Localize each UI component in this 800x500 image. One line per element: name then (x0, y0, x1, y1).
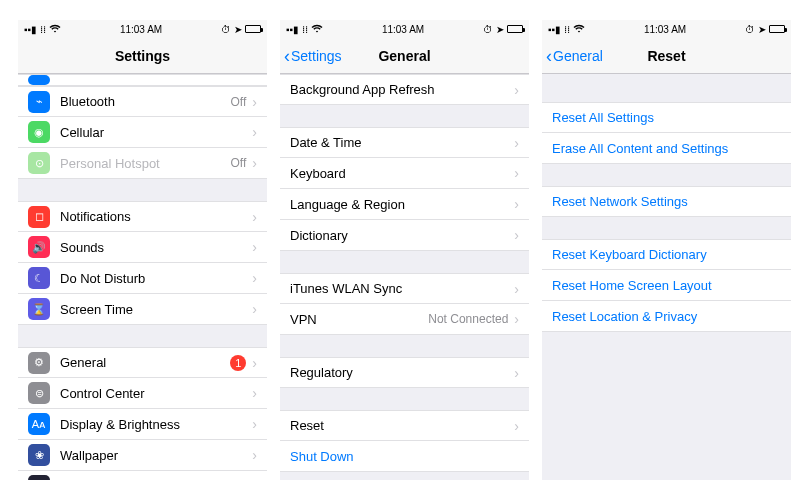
row-label: Background App Refresh (290, 82, 514, 97)
list-item[interactable]: ⌛Screen Time› (18, 294, 267, 325)
row-label: Reset All Settings (552, 110, 781, 125)
list-item[interactable]: Reset Location & Privacy (542, 301, 791, 332)
chevron-right-icon: › (252, 385, 257, 401)
row-label: Date & Time (290, 135, 514, 150)
section-gap (542, 74, 791, 102)
list-item[interactable]: Reset All Settings (542, 102, 791, 133)
list-item-partial[interactable] (18, 74, 267, 86)
list-item[interactable]: ◉Cellular› (18, 117, 267, 148)
section-gap (542, 332, 791, 480)
battery-icon (507, 25, 523, 33)
row-label: Reset Home Screen Layout (552, 278, 781, 293)
chevron-left-icon: ‹ (284, 47, 290, 65)
back-label: Settings (291, 48, 342, 64)
display-icon: Aᴀ (28, 413, 50, 435)
location-icon: ➤ (758, 24, 766, 35)
list-item[interactable]: Erase All Content and Settings (542, 133, 791, 164)
row-label: Reset Keyboard Dictionary (552, 247, 781, 262)
screentime-icon: ⌛ (28, 298, 50, 320)
row-label: Wallpaper (60, 448, 252, 463)
row-label: VPN (290, 312, 428, 327)
list-item[interactable]: ⊙Personal HotspotOff› (18, 148, 267, 179)
list-item[interactable]: Dictionary› (280, 220, 529, 251)
row-label: General (60, 355, 230, 370)
list-item[interactable]: 🔊Sounds› (18, 232, 267, 263)
row-label: Personal Hotspot (60, 156, 231, 171)
status-time: 11:03 AM (382, 24, 424, 35)
list-item[interactable]: ⚙General1› (18, 347, 267, 378)
status-time: 11:03 AM (120, 24, 162, 35)
status-bar: ▪▪▮ ⁞⁞ 11:03 AM ⏱ ➤ (542, 20, 791, 38)
list-item[interactable]: ◻Notifications› (18, 201, 267, 232)
row-label: Display & Brightness (60, 417, 252, 432)
reset-list: Reset All SettingsErase All Content and … (542, 74, 791, 480)
chevron-right-icon: › (514, 227, 519, 243)
battery-icon (245, 25, 261, 33)
sounds-icon: 🔊 (28, 236, 50, 258)
row-label: Sounds (60, 240, 252, 255)
row-label: Reset (290, 418, 514, 433)
list-item[interactable]: Reset Network Settings (542, 186, 791, 217)
list-item[interactable]: Date & Time› (280, 127, 529, 158)
notification-badge: 1 (230, 355, 246, 371)
page-title: Reset (647, 48, 685, 64)
chevron-right-icon: › (252, 301, 257, 317)
section-gap (18, 325, 267, 347)
row-label: Bluetooth (60, 94, 231, 109)
row-label: Regulatory (290, 365, 514, 380)
list-item[interactable]: Regulatory› (280, 357, 529, 388)
chevron-right-icon: › (252, 416, 257, 432)
row-label: Reset Network Settings (552, 194, 781, 209)
cell-icon: ⁞⁞ (302, 24, 308, 35)
chevron-right-icon: › (514, 82, 519, 98)
list-item[interactable]: ◯Siri & Search› (18, 471, 267, 480)
list-item[interactable]: Shut Down (280, 441, 529, 472)
list-item[interactable]: Language & Region› (280, 189, 529, 220)
hotspot-icon: ⊙ (28, 152, 50, 174)
chevron-left-icon: ‹ (546, 47, 552, 65)
signal-icon: ▪▪▮ (24, 24, 37, 35)
back-button[interactable]: ‹ Settings (284, 47, 342, 65)
page-title: General (378, 48, 430, 64)
list-item[interactable]: Keyboard› (280, 158, 529, 189)
section-gap (280, 251, 529, 273)
list-item[interactable]: Reset Home Screen Layout (542, 270, 791, 301)
list-item[interactable]: Reset› (280, 410, 529, 441)
battery-icon (769, 25, 785, 33)
row-label: iTunes WLAN Sync (290, 281, 514, 296)
partial-icon (28, 75, 50, 85)
list-item[interactable]: ⊜Control Center› (18, 378, 267, 409)
chevron-right-icon: › (252, 209, 257, 225)
row-label: Do Not Disturb (60, 271, 252, 286)
list-item[interactable]: AᴀDisplay & Brightness› (18, 409, 267, 440)
nav-header: ‹ Settings General (280, 38, 529, 74)
siri-icon: ◯ (28, 475, 50, 480)
cell-icon: ⁞⁞ (40, 24, 46, 35)
bluetooth-icon: ⌁ (28, 91, 50, 113)
alarm-icon: ⏱ (745, 24, 755, 35)
list-item[interactable]: Reset Keyboard Dictionary (542, 239, 791, 270)
row-value: Not Connected (428, 312, 508, 326)
wifi-icon (49, 24, 61, 35)
dnd-icon: ☾ (28, 267, 50, 289)
status-bar: ▪▪▮ ⁞⁞ 11:03 AM ⏱ ➤ (280, 20, 529, 38)
list-item[interactable]: ❀Wallpaper› (18, 440, 267, 471)
list-item[interactable]: ⌁BluetoothOff› (18, 86, 267, 117)
section-gap (280, 335, 529, 357)
list-item[interactable]: iTunes WLAN Sync› (280, 273, 529, 304)
list-item[interactable]: ☾Do Not Disturb› (18, 263, 267, 294)
alarm-icon: ⏱ (483, 24, 493, 35)
back-button[interactable]: ‹ General (546, 47, 603, 65)
list-item[interactable]: Background App Refresh› (280, 74, 529, 105)
chevron-right-icon: › (514, 196, 519, 212)
row-label: Erase All Content and Settings (552, 141, 781, 156)
list-item[interactable]: VPNNot Connected› (280, 304, 529, 335)
chevron-right-icon: › (252, 447, 257, 463)
wifi-icon (573, 24, 585, 35)
chevron-right-icon: › (514, 311, 519, 327)
row-label: Screen Time (60, 302, 252, 317)
row-label: Siri & Search (60, 479, 252, 481)
nav-header: Settings (18, 38, 267, 74)
section-gap (280, 472, 529, 480)
section-gap (542, 217, 791, 239)
